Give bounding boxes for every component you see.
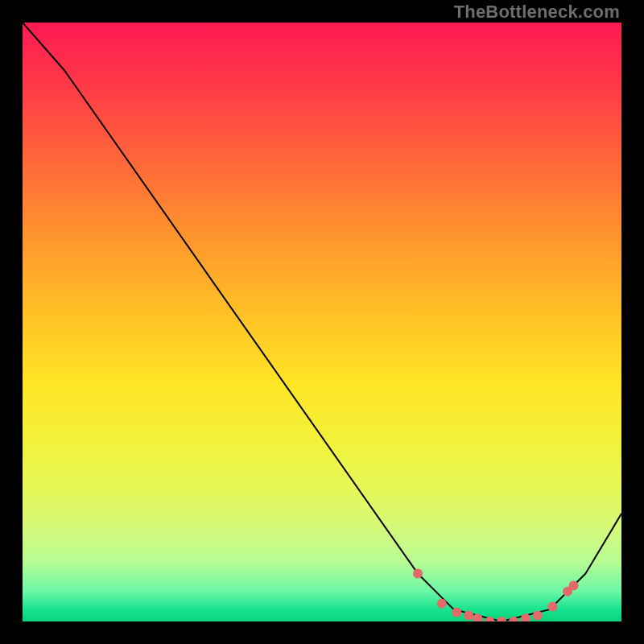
curve-line — [23, 23, 621, 621]
marker-dot — [452, 608, 461, 617]
marker-dot — [413, 569, 423, 579]
marker-dot — [464, 611, 473, 621]
marker-dot — [533, 611, 543, 621]
plot-area — [23, 23, 621, 621]
marker-dot — [497, 617, 506, 621]
chart-svg — [23, 23, 621, 621]
marker-dot — [437, 599, 447, 609]
chart-frame: TheBottleneck.com — [0, 0, 644, 644]
attribution-label: TheBottleneck.com — [454, 2, 620, 23]
marker-dot — [569, 580, 579, 590]
marker-dot — [547, 601, 557, 611]
